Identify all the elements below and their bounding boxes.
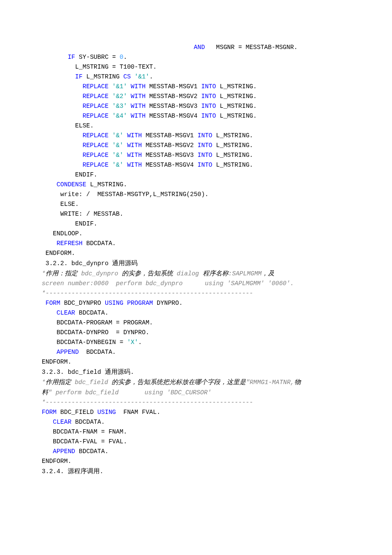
code-text: L_MSTRING. [212, 152, 253, 159]
code-line: REPLACE '&1' WITH MESSTAB-MSGV1 INTO L_M… [42, 82, 350, 92]
keyword: APPEND [57, 349, 79, 356]
code-text: L_MSTRING = T100-TEXT. [75, 64, 156, 70]
code-text: 3.2.3. bdc_field [42, 369, 105, 376]
code-text: MESSTAB-MSGV4 [146, 113, 202, 119]
code-line: 3.2.3. bdc_field 通用源码. [42, 367, 350, 377]
code-text: BDCDATA-PROGRAM = PROGRAM. [57, 319, 153, 326]
keyword: IF [75, 73, 82, 80]
code-text: L_MSTRING. [212, 132, 253, 139]
keyword: REPLACE [83, 113, 109, 119]
keyword: REPLACE [83, 103, 109, 110]
keyword: APPEND [53, 448, 75, 455]
code-text: L_MSTRING. [216, 93, 257, 100]
code-line: L_MSTRING = T100-TEXT. [42, 62, 350, 72]
code-text [127, 83, 131, 90]
code-line: REPLACE '&' WITH MESSTAB-MSGV2 INTO L_MS… [42, 141, 350, 150]
string-literal: '&2' [112, 93, 127, 100]
code-line: IF SY-SUBRC = 0. [42, 52, 350, 62]
comment: *---------------------------------------… [42, 399, 253, 406]
comment: 料 [42, 389, 48, 396]
keyword: INTO [198, 152, 213, 159]
code-text: WRITE: / MESSTAB. [61, 211, 124, 217]
code-text: BDCDATA-DYNPRO = DYNPRO. [57, 329, 150, 336]
keyword: CLEAR [57, 309, 75, 316]
code-text: BDCDATA-FNAM = FNAM. [53, 428, 127, 435]
code-line: APPEND BDCDATA. [42, 447, 350, 457]
code-text: MESSTAB-MSGV2 [146, 93, 202, 100]
keyword: WITH [127, 132, 142, 139]
code-line: ENDFORM. [42, 249, 350, 258]
code-text: ENDLOOP. [53, 230, 83, 237]
code-text: BDC_FIELD [57, 409, 98, 416]
keyword: PROGRAM [127, 300, 153, 306]
code-text: L_MSTRING. [216, 113, 257, 119]
code-line: REFRESH BDCDATA. [42, 239, 350, 249]
keyword: INTO [198, 142, 213, 149]
code-text [127, 103, 131, 110]
string-literal: '&4' [112, 113, 127, 119]
code-line: BDCDATA-DYNBEGIN = 'X'. [42, 338, 350, 347]
code-text: MESSTAB-MSGV1 [146, 83, 202, 90]
code-line: CONDENSE L_MSTRING. [42, 180, 350, 190]
code-text: L_MSTRING. [86, 181, 127, 188]
code-text: L_MSTRING. [212, 142, 253, 149]
code-line: ENDIF. [42, 219, 350, 229]
code-text: BDCDATA-DYNBEGIN = [57, 339, 127, 346]
keyword: WITH [127, 152, 142, 159]
code-text: BDC_DYNPRO [61, 300, 105, 306]
code-line: ELSE. [42, 121, 350, 131]
comment: :SAPLMGMM [228, 270, 262, 277]
code-text: MESSTAB-MSGV1 [142, 132, 198, 139]
code-line: ENDIF. [42, 170, 350, 180]
keyword: INTO [198, 162, 213, 168]
string-literal: '&3' [112, 103, 127, 110]
comment: 程序名称 [203, 270, 228, 277]
code-text: BDCDATA. [75, 448, 108, 455]
keyword: CONDENSE [57, 181, 86, 188]
keyword: CLEAR [53, 419, 72, 425]
code-text: . [138, 339, 142, 346]
code-text: . [130, 369, 134, 376]
code-line: ENDFORM. [42, 357, 350, 367]
comment: 的实参，告知系统把光标放在哪个字段，这里是 [112, 379, 246, 385]
keyword: REPLACE [83, 83, 109, 90]
keyword: WITH [127, 142, 142, 149]
keyword: IF [68, 54, 75, 61]
code-line: REPLACE '&' WITH MESSTAB-MSGV4 INTO L_MS… [42, 160, 350, 170]
keyword: REPLACE [83, 93, 109, 100]
code-line: *---------------------------------------… [42, 398, 350, 408]
code-text: ENDIF. [75, 171, 97, 178]
keyword: REPLACE [83, 162, 109, 168]
code-line: ENDLOOP. [42, 229, 350, 239]
code-line: BDCDATA-FNAM = FNAM. [42, 427, 350, 437]
code-line: ENDFORM. [42, 457, 350, 466]
comment: 作用：指定 [46, 270, 78, 277]
code-text: 3.2.4. [42, 468, 68, 475]
comment: * [42, 270, 46, 277]
code-text: 3.2.2. bdc_dynpro [46, 260, 112, 267]
code-text: L_MSTRING. [216, 83, 257, 90]
code-text: BDCDATA. [79, 349, 116, 356]
code-text: . [100, 468, 104, 475]
code-text: ENDFORM. [42, 458, 72, 465]
comment: dialog [173, 270, 203, 277]
keyword: WITH [127, 162, 142, 168]
code-line: 3.2.2. bdc_dynpro 通用源码 [42, 258, 350, 269]
code-text: BDCDATA. [83, 240, 116, 247]
code-text [123, 132, 127, 139]
code-line: REPLACE '&4' WITH MESSTAB-MSGV4 INTO L_M… [42, 111, 350, 121]
comment: 物 [294, 379, 301, 385]
comment: bdc_field [71, 379, 112, 386]
comment: *---------------------------------------… [42, 290, 253, 297]
cjk-text: 通用源码 [112, 260, 138, 266]
code-text: MESSTAB-MSGV4 [142, 162, 198, 168]
string-literal: '&1' [112, 83, 127, 90]
code-document: AND MSGNR = MESSTAB-MSGNR. IF SY-SUBRC =… [42, 43, 350, 477]
code-line: REPLACE '&2' WITH MESSTAB-MSGV2 INTO L_M… [42, 92, 350, 101]
keyword: WITH [131, 103, 146, 110]
code-text: BDCDATA. [72, 419, 105, 425]
code-text: ELSE. [75, 122, 94, 129]
keyword: USING [98, 409, 116, 416]
comment: ，及 [262, 270, 274, 277]
keyword: INTO [198, 132, 213, 139]
